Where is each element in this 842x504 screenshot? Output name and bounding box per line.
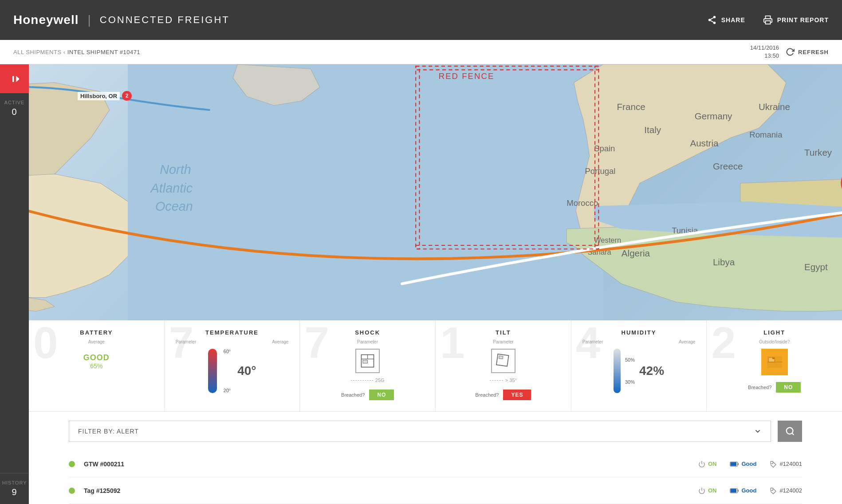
print-button[interactable]: PRINT REPORT [763, 15, 829, 25]
battery-label: Average [40, 339, 153, 344]
svg-text:Algeria: Algeria [622, 248, 650, 258]
row-id-value-2: #124002 [779, 487, 802, 494]
svg-text:Spain: Spain [594, 144, 615, 153]
table-area: GTW #000211 ON Good [29, 451, 842, 504]
breadcrumb-bar: ALL SHIPMENTS ‹ INTEL SHIPMENT #10471 14… [0, 40, 842, 64]
svg-rect-74 [738, 489, 739, 492]
shock-icon-box [355, 349, 380, 373]
light-label: Outside/Inside? [718, 339, 831, 344]
svg-text:Atlantic: Atlantic [150, 181, 193, 195]
humidity-param-label: Parameter [582, 339, 603, 344]
search-button[interactable] [778, 421, 802, 442]
humidity-value: 42% [639, 364, 664, 378]
battery-icon-1 [730, 461, 739, 467]
svg-rect-69 [738, 463, 739, 465]
row-id-value-1: #124001 [779, 461, 802, 467]
breadcrumb-right: 14/11/2016 13:50 REFRESH [750, 44, 829, 60]
svg-rect-5 [765, 21, 770, 24]
svg-text:Ocean: Ocean [155, 199, 193, 213]
svg-text:Morocco: Morocco [567, 198, 598, 208]
header-right: SHARE PRINT REPORT [707, 15, 829, 25]
tilt-icon-box [491, 349, 515, 373]
all-shipments-link[interactable]: ALL SHIPMENTS [13, 49, 62, 55]
row-condition-1: Good [730, 461, 756, 467]
temp-title: TEMPERATURE [176, 329, 289, 336]
svg-text:Austria: Austria [690, 138, 719, 148]
shock-title: SHOCK [311, 329, 424, 336]
svg-rect-75 [731, 488, 736, 492]
table-row: GTW #000211 ON Good [69, 451, 802, 477]
humidity-avg-label: Average [679, 339, 695, 344]
tilt-breached-label: Breached? [475, 392, 499, 398]
svg-text:Germany: Germany [695, 111, 732, 121]
tag-icon-1 [770, 461, 777, 468]
row-id-2: #124002 [770, 487, 802, 494]
power-icon-1 [698, 461, 705, 468]
play-button[interactable] [0, 64, 29, 93]
temp-gauge [208, 349, 217, 393]
sensor-cards: 0 BATTERY Average GOOD 65% 7 TEMPERATURE… [29, 320, 842, 412]
svg-rect-63 [772, 358, 775, 359]
breadcrumb: ALL SHIPMENTS ‹ INTEL SHIPMENT #10471 [13, 49, 140, 55]
light-breached-label: Breached? [748, 385, 771, 390]
chevron-down-icon [754, 427, 762, 435]
svg-rect-76 [771, 488, 773, 490]
svg-text:Western: Western [594, 236, 621, 244]
light-card: 2 LIGHT Outside/Inside? Breached? [707, 320, 842, 411]
svg-text:Egypt: Egypt [804, 262, 828, 272]
light-icon-box [761, 349, 788, 375]
active-label: ACTIVE [4, 100, 25, 105]
tilt-title: TILT [447, 329, 560, 336]
status-dot-2 [69, 488, 75, 494]
svg-text:North: North [160, 162, 191, 177]
svg-text:Greece: Greece [713, 161, 743, 171]
tilt-status[interactable]: YES [503, 390, 531, 400]
svg-line-66 [792, 433, 794, 435]
table-row-2: Tag #125092 ON Good [69, 477, 802, 504]
svg-text:RED FENCE: RED FENCE [439, 71, 495, 81]
humidity-card: 4 HUMIDITY Parameter Average 50% 30% 42% [571, 320, 707, 411]
current-shipment: INTEL SHIPMENT #10471 [67, 49, 140, 55]
row-id-1: #124001 [770, 461, 802, 468]
svg-point-2 [713, 22, 716, 24]
battery-card: 0 BATTERY Average GOOD 65% [29, 320, 165, 411]
map-background: United States Canada Mexico Gulf of Mexi… [29, 64, 842, 320]
active-section: ACTIVE 0 [2, 93, 27, 124]
print-icon [763, 15, 773, 25]
humidity-high: 50% [625, 357, 635, 362]
datetime: 14/11/2016 13:50 [750, 44, 779, 60]
share-label: SHARE [721, 16, 745, 24]
map-svg: United States Canada Mexico Gulf of Mexi… [29, 64, 842, 320]
active-count: 0 [4, 107, 25, 117]
svg-rect-59 [496, 354, 509, 366]
row-right-1: ON Good #124001 [698, 461, 802, 468]
svg-point-1 [708, 19, 711, 21]
shock-status[interactable]: NO [369, 390, 394, 400]
honeywell-logo: Honeywell [13, 13, 79, 27]
row-power-2: ON [698, 487, 717, 494]
light-status[interactable]: NO [776, 382, 801, 393]
svg-text:Romania: Romania [749, 130, 783, 139]
share-button[interactable]: SHARE [707, 15, 745, 25]
tilt-threshold: > 35° [505, 378, 517, 383]
refresh-button[interactable]: REFRESH [786, 47, 829, 56]
tilt-card: 1 TILT Parameter > 35° [436, 320, 571, 411]
humidity-low: 30% [625, 379, 635, 385]
status-dot-1 [69, 461, 75, 467]
package-icon [360, 353, 375, 369]
shock-card: 7 SHOCK Parameter [300, 320, 436, 411]
play-icon [10, 75, 19, 83]
svg-rect-71 [771, 461, 773, 464]
svg-rect-60 [499, 356, 503, 359]
temperature-card: 7 TEMPERATURE Parameter Average 60° 20° [165, 320, 300, 411]
origin-label: Hillsboro, OR 2 [78, 91, 132, 101]
row-name-2: Tag #125092 [84, 487, 689, 494]
battery-title: BATTERY [40, 329, 153, 336]
power-status-2: ON [708, 487, 717, 494]
history-label: HISTORY [2, 480, 27, 485]
print-label: PRINT REPORT [777, 16, 829, 24]
filter-select[interactable]: FILTER BY: ALERT [69, 421, 771, 442]
svg-text:France: France [617, 102, 645, 112]
condition-1: Good [741, 461, 756, 467]
svg-rect-6 [12, 76, 14, 82]
